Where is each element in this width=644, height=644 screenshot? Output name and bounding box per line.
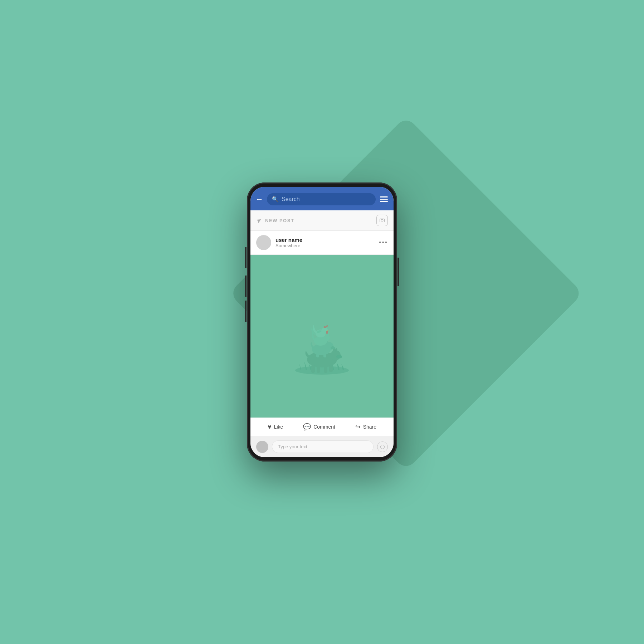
comment-label: Comment — [313, 424, 335, 430]
user-bar: user name Somewhere ••• — [250, 231, 394, 255]
menu-button[interactable] — [379, 196, 389, 203]
send-circle-icon — [380, 445, 385, 449]
comment-placeholder: Type your text — [278, 444, 307, 449]
svg-point-12 — [331, 346, 335, 349]
comment-bar: Type your text — [250, 436, 394, 457]
comment-button[interactable]: 💬 Comment — [303, 423, 335, 431]
user-left: user name Somewhere — [256, 235, 302, 250]
post-image — [250, 255, 394, 418]
share-button[interactable]: ↪ Share — [355, 423, 376, 431]
phone-screen: ← 🔍 Search ➤ NEW POST — [250, 187, 394, 457]
share-icon: ↪ — [355, 423, 361, 431]
camera-button[interactable] — [376, 215, 388, 226]
back-button[interactable]: ← — [255, 195, 263, 204]
user-info: user name Somewhere — [275, 237, 302, 248]
comment-send-button[interactable] — [377, 441, 388, 452]
menu-line-3 — [380, 201, 388, 202]
camera-icon — [380, 219, 385, 222]
user-name: user name — [275, 237, 302, 243]
search-input-placeholder: Search — [282, 196, 300, 203]
more-options-button[interactable]: ••• — [379, 239, 388, 247]
like-button[interactable]: ♥ Like — [268, 423, 283, 431]
svg-point-5 — [335, 348, 337, 352]
menu-line-2 — [380, 199, 388, 200]
new-post-label[interactable]: NEW POST — [265, 218, 294, 223]
send-icon: ➤ — [255, 216, 263, 225]
phone-frame: ← 🔍 Search ➤ NEW POST — [247, 182, 397, 462]
svg-rect-6 — [311, 365, 315, 373]
svg-rect-7 — [317, 365, 320, 373]
svg-rect-8 — [324, 365, 327, 373]
share-label: Share — [363, 424, 376, 430]
search-bar[interactable]: 🔍 Search — [267, 193, 376, 205]
heart-icon: ♥ — [268, 423, 272, 431]
comment-input[interactable]: Type your text — [272, 440, 374, 453]
comment-avatar — [256, 441, 268, 453]
new-post-bar: ➤ NEW POST — [250, 210, 394, 231]
svg-rect-9 — [329, 365, 333, 372]
top-bar: ← 🔍 Search — [250, 187, 394, 210]
svg-point-23 — [326, 331, 328, 334]
avatar — [256, 235, 271, 250]
user-location: Somewhere — [275, 243, 302, 248]
svg-rect-15 — [323, 354, 326, 357]
menu-line-1 — [380, 196, 388, 197]
comment-icon: 💬 — [303, 423, 311, 431]
search-icon: 🔍 — [272, 196, 279, 203]
like-label: Like — [274, 424, 283, 430]
svg-point-3 — [336, 355, 342, 358]
action-bar: ♥ Like 💬 Comment ↪ Share — [250, 418, 394, 436]
animal-silhouette — [286, 295, 358, 377]
svg-rect-14 — [316, 354, 319, 357]
new-post-left: ➤ NEW POST — [256, 216, 294, 224]
